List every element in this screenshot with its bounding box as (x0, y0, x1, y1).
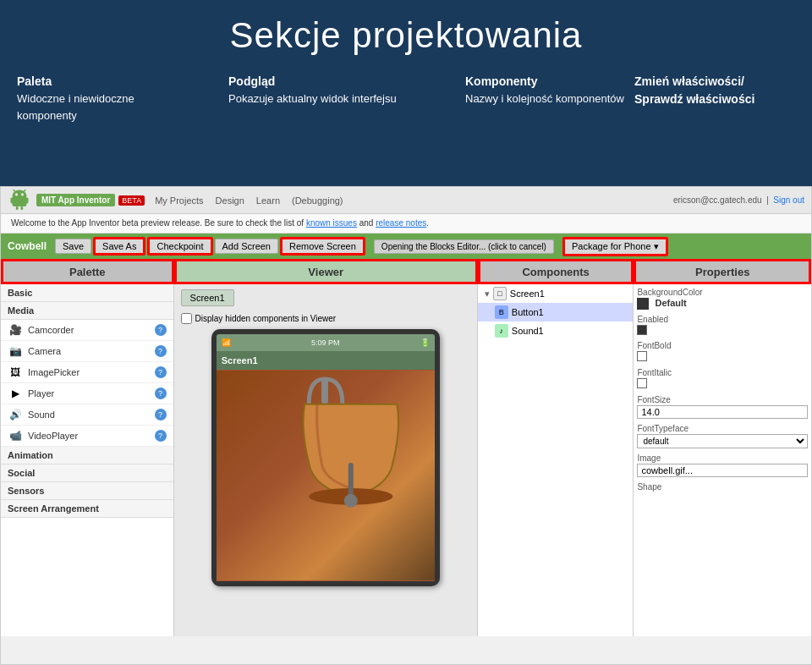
prop-fontbold-value[interactable] (637, 351, 808, 363)
phone-screen (217, 370, 435, 581)
bg-color-swatch (637, 298, 649, 310)
topbar: MIT App Inventor BETA My Projects Design… (1, 187, 811, 214)
viewer-panel: Screen1 Display hidden components in Vie… (174, 284, 478, 636)
properties-panel: BackgroundColor Default Enabled ✓ FontBo… (634, 284, 811, 636)
prop-fonttypeface: FontTypeface default serif sans serif mo… (637, 424, 808, 448)
components-panel: ▾ □ Screen1 B Button1 ♪ Sound1 (478, 284, 634, 636)
welcome-bar: Welcome to the App Inventor beta preview… (1, 214, 811, 234)
prop-fontitalic-value[interactable] (637, 378, 808, 390)
button1-label: Button1 (512, 307, 544, 317)
cowbell-svg (217, 370, 435, 581)
phone-status-bar: 📶 5:09 PM 🔋 (217, 334, 435, 351)
category-social: Social (1, 464, 173, 482)
imagepicker-help[interactable]: ? (155, 366, 167, 378)
category-basic: Basic (1, 284, 173, 302)
package-phone-button[interactable]: Package for Phone ▾ (562, 237, 668, 256)
hidden-components-label: Display hidden components in Viewer (195, 314, 337, 323)
desc-paleta-body: Widoczne i niewidoczne komponenty (17, 91, 186, 124)
release-notes-link[interactable]: release notes (376, 218, 426, 228)
phone-mockup: 📶 5:09 PM 🔋 Screen1 (211, 329, 440, 586)
button1-icon: B (495, 305, 508, 319)
player-help[interactable]: ? (155, 387, 167, 399)
description-row: Paleta Widoczne i niewidoczne komponenty… (0, 64, 812, 132)
hidden-components-checkbox[interactable] (181, 313, 192, 324)
expand-icon: ▾ (485, 289, 490, 300)
prop-enabled-value[interactable]: ✓ (637, 325, 808, 336)
welcome-text: Welcome to the App Inventor beta preview… (11, 218, 304, 228)
properties-header: Properties (634, 259, 811, 284)
comp-sound1[interactable]: ♪ Sound1 (478, 322, 634, 340)
viewer-options: Display hidden components in Viewer (174, 311, 477, 326)
svg-line-5 (24, 190, 25, 191)
screen1-label: Screen1 (510, 289, 545, 299)
prop-enabled-label: Enabled (637, 315, 808, 324)
svg-rect-1 (13, 196, 27, 206)
palette-item-sound[interactable]: 🔊 Sound ? (1, 404, 173, 426)
logo-box: MIT App Inventor (36, 194, 115, 206)
viewer-header: Viewer (174, 259, 478, 284)
imagepicker-label: ImagePicker (28, 367, 155, 377)
sound1-label: Sound1 (512, 326, 544, 336)
enabled-checkbox[interactable]: ✓ (637, 325, 647, 335)
project-label: Cowbell (8, 240, 47, 252)
palette-item-videoplayer[interactable]: 📹 VideoPlayer ? (1, 426, 173, 447)
desc-podglad-body: Pokazuje aktualny widok interfejsu (228, 91, 440, 107)
player-icon: ▶ (8, 386, 23, 401)
fontbold-checkbox[interactable] (637, 351, 647, 361)
screen-tab[interactable]: Screen1 (181, 289, 234, 306)
category-screen-arrangement: Screen Arrangement (1, 500, 173, 518)
palette-item-imagepicker[interactable]: 🖼 ImagePicker ? (1, 362, 173, 383)
checkpoint-button[interactable]: Checkpoint (147, 237, 212, 256)
svg-rect-11 (321, 379, 328, 404)
save-button[interactable]: Save (55, 239, 91, 254)
components-header: Components (478, 259, 634, 284)
sound-help[interactable]: ? (155, 409, 167, 420)
prop-bg-color-value: Default (637, 298, 808, 310)
svg-rect-7 (25, 197, 29, 203)
fontitalic-checkbox[interactable] (637, 378, 647, 388)
videoplayer-help[interactable]: ? (155, 430, 167, 442)
svg-rect-13 (348, 463, 353, 497)
phone-battery: 🔋 (420, 338, 430, 347)
screen1-icon: □ (493, 287, 507, 300)
nav-debugging[interactable]: (Debugging) (292, 195, 343, 206)
page-title: Sekcje projektowania (0, 0, 812, 64)
category-animation: Animation (1, 447, 173, 464)
viewer-header-label: Viewer (308, 266, 343, 278)
sign-out-link[interactable]: Sign out (773, 195, 804, 205)
desc-podglad: Podgląd Pokazuje aktualny widok interfej… (186, 73, 440, 124)
nav-my-projects[interactable]: My Projects (155, 195, 203, 206)
image-input[interactable] (637, 464, 808, 477)
main-content: Basic Media 🎥 Camcorder ? 📷 Camera ? 🖼 I… (1, 284, 811, 636)
player-label: Player (28, 388, 155, 398)
add-screen-button[interactable]: Add Screen (215, 239, 278, 254)
properties-header-label: Properties (695, 266, 749, 278)
category-sensors: Sensors (1, 482, 173, 500)
remove-screen-button[interactable]: Remove Screen (280, 237, 365, 256)
palette-item-camcorder[interactable]: 🎥 Camcorder ? (1, 320, 173, 341)
save-as-button[interactable]: Save As (93, 237, 145, 256)
camera-help[interactable]: ? (155, 345, 167, 357)
palette-header: Palette (1, 259, 174, 284)
palette-item-camera[interactable]: 📷 Camera ? (1, 341, 173, 362)
svg-line-4 (14, 190, 15, 191)
desc-paleta-title: Paleta (17, 73, 186, 91)
videoplayer-label: VideoPlayer (28, 431, 155, 441)
fonttypeface-select[interactable]: default serif sans serif monospace (637, 434, 808, 448)
prop-image-label: Image (637, 453, 808, 463)
fontsize-input[interactable] (637, 405, 808, 419)
nav-design[interactable]: Design (216, 195, 244, 206)
nav-learn[interactable]: Learn (256, 195, 280, 206)
phone-title-bar: Screen1 (217, 351, 435, 370)
and-text: and (359, 218, 376, 228)
palette-item-player[interactable]: ▶ Player ? (1, 383, 173, 404)
camcorder-help[interactable]: ? (155, 324, 167, 336)
desc-komponenty: Komponenty Nazwy i kolejność komponentów (440, 73, 626, 124)
blocks-editor-button[interactable]: Opening the Blocks Editor... (click to c… (374, 239, 554, 254)
sound1-icon: ♪ (495, 324, 508, 338)
comp-screen1[interactable]: ▾ □ Screen1 (478, 284, 634, 303)
known-issues-link[interactable]: known issues (306, 218, 357, 228)
svg-point-2 (15, 193, 18, 195)
prop-fontbold: FontBold (637, 341, 808, 363)
comp-button1[interactable]: B Button1 (478, 303, 634, 322)
